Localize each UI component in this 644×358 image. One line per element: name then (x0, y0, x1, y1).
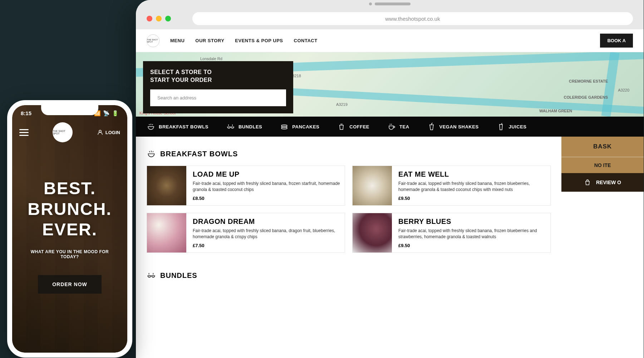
store-selector-panel: SELECT A STORE TO START YOUR ORDER Searc… (143, 61, 293, 113)
wifi-icon: 📡 (103, 110, 110, 117)
category-coffee[interactable]: COFFEE (337, 122, 369, 131)
close-icon[interactable] (147, 16, 152, 21)
bowl-icon (147, 149, 156, 158)
menu-item-image (353, 213, 392, 252)
category-juices[interactable]: JUICES (497, 122, 527, 131)
menu-item-description: Fair-trade acai, topped with freshly sli… (398, 228, 547, 240)
login-button[interactable]: LOGIN (97, 129, 120, 136)
map-label: CREMORNE ESTATE (569, 79, 608, 83)
maximize-icon[interactable] (165, 16, 171, 21)
category-breakfast-bowls[interactable]: BREAKFAST BOWLS (147, 122, 208, 131)
user-icon (97, 129, 103, 136)
hamburger-icon[interactable] (19, 129, 29, 136)
svg-point-3 (99, 130, 101, 132)
menu-main: BREAKFAST BOWLS LOAD ME UP Fair-trade ac… (136, 137, 561, 300)
laptop-mockup: www.theshotspot.co.uk THE SHOT SPOT MENU… (136, 0, 644, 358)
nav-our-story[interactable]: OUR STORY (195, 38, 224, 43)
bundle-icon (147, 271, 156, 280)
menu-item-image (147, 213, 186, 252)
minimize-icon[interactable] (156, 16, 162, 21)
category-bar: BREAKFAST BOWLS BUNDLES PANCAKES COFFEE … (136, 117, 644, 137)
phone-notch (41, 105, 98, 115)
battery-icon: 🔋 (112, 110, 119, 117)
category-pancakes[interactable]: PANCAKES (280, 122, 319, 131)
menu-item-description: Fair-trade acai, topped with freshly sli… (193, 181, 341, 193)
menu-item-price: £8.50 (193, 196, 341, 201)
nav-menu[interactable]: MENU (170, 38, 185, 43)
phone-header: THE SHOT SPOT LOGIN (12, 119, 127, 149)
map-label: Lonsdale Rd (200, 57, 222, 61)
nav-contact[interactable]: CONTACT (294, 38, 318, 43)
map[interactable]: Lonsdale Rd CREMORNE ESTATE COLERIDGE GA… (136, 52, 644, 117)
menu-item-price: £9.50 (398, 196, 547, 201)
bag-icon (584, 179, 591, 186)
category-vegan-shakes[interactable]: VEGAN SHAKES (427, 122, 479, 131)
map-label: A3220 (618, 88, 629, 92)
menu-item-berry-blues[interactable]: BERRY BLUES Fair-trade acai, topped with… (352, 213, 551, 253)
browser-chrome: www.theshotspot.co.uk (136, 8, 644, 29)
basket-empty-text: NO ITE (561, 157, 644, 173)
address-search-input[interactable]: Search an address (150, 89, 286, 106)
browser-viewport: THE SHOT SPOT MENU OUR STORY EVENTS & PO… (136, 29, 644, 358)
menu-item-eat-me-well[interactable]: EAT ME WELL Fair-trade acai, topped with… (352, 166, 551, 206)
desktop-nav: THE SHOT SPOT MENU OUR STORY EVENTS & PO… (136, 29, 644, 52)
hero-title: BEST. BRUNCH. EVER. (23, 178, 117, 240)
menu-item-dragon-dream[interactable]: DRAGON DREAM Fair-trade acai, topped wit… (147, 213, 345, 253)
traffic-lights (147, 16, 171, 21)
order-now-button[interactable]: ORDER NOW (38, 275, 102, 294)
map-label: WALHAM GREEN (539, 109, 572, 113)
juice-icon (497, 122, 505, 131)
menu-item-title: LOAD ME UP (193, 170, 341, 178)
menu-item-title: EAT ME WELL (398, 170, 547, 178)
section-header-breakfast-bowls: BREAKFAST BOWLS (147, 149, 551, 158)
hero-subtitle: WHAT ARE YOU IN THE MOOD FOR TODAY? (23, 249, 117, 259)
nav-events[interactable]: EVENTS & POP UPS (235, 38, 283, 43)
phone-mockup: 8:15 📶 📡 🔋 THE SHOT SPOT LOGIN BEST. BRU… (7, 100, 132, 358)
url-bar[interactable]: www.theshotspot.co.uk (192, 12, 633, 25)
coffee-icon (337, 122, 346, 131)
menu-item-description: Fair-trade acai, topped with freshly sli… (398, 181, 547, 193)
menu-item-price: £9.50 (398, 243, 547, 248)
pancakes-icon (280, 122, 289, 131)
map-label: COLERIDGE GARDENS (564, 95, 608, 99)
status-time: 8:15 (21, 110, 31, 117)
bowl-icon (147, 122, 155, 131)
brand-logo[interactable]: THE SHOT SPOT (147, 34, 159, 47)
tea-icon (387, 122, 396, 131)
menu-item-image (147, 166, 186, 205)
menu-item-load-me-up[interactable]: LOAD ME UP Fair-trade acai, topped with … (147, 166, 345, 206)
menu-item-price: £7.50 (193, 243, 341, 248)
menu-item-description: Fair-trade acai, topped with freshly sli… (193, 228, 341, 240)
section-header-bundles: BUNDLES (147, 271, 551, 280)
category-tea[interactable]: TEA (387, 122, 409, 131)
review-order-button[interactable]: REVIEW O (561, 173, 644, 192)
shake-icon (427, 122, 436, 131)
book-button[interactable]: BOOK A (600, 34, 633, 48)
bundle-icon (226, 122, 235, 131)
basket-title: BASK (561, 137, 644, 157)
menu-item-image (353, 166, 392, 205)
category-bundles[interactable]: BUNDLES (226, 122, 262, 131)
map-label: A3219 (336, 102, 348, 107)
brand-logo[interactable]: THE SHOT SPOT (53, 122, 73, 142)
svg-point-2 (281, 128, 287, 129)
store-selector-title: SELECT A STORE TO START YOUR ORDER (150, 68, 286, 84)
hero-section: BEST. BRUNCH. EVER. WHAT ARE YOU IN THE … (12, 149, 127, 308)
basket-sidebar: BASK NO ITE REVIEW O (561, 137, 644, 300)
laptop-notch-bar (136, 0, 644, 8)
menu-item-title: BERRY BLUES (398, 217, 547, 226)
menu-item-title: DRAGON DREAM (193, 217, 341, 226)
